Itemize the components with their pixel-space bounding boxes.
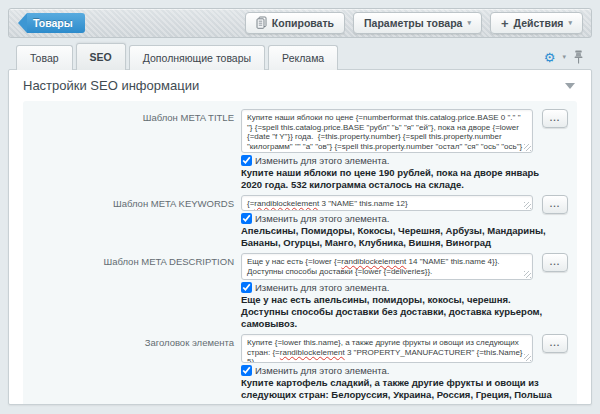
page: Товары Копировать Параметры товара ▾ + Д… [0,0,600,405]
product-params-label: Параметры товара [364,17,462,29]
meta-keywords-preview: Апельсины, Помидоры, Кокосы, Черешня, Ар… [241,225,559,249]
form-row-element-title: Заголовок элемента Купите {=lower this.n… [23,334,571,401]
apply-checkbox[interactable] [241,282,252,293]
field-label: Заголовок элемента [23,334,241,401]
more-button[interactable]: ... [542,195,568,214]
apply-checkbox-label: Изменить для этого элемента. [255,365,389,376]
meta-description-template-input[interactable]: Еще у нас есть {=lower {=randiblockeleme… [241,253,533,280]
meta-title-preview: Купите наши яблоки по цене 190 рублей, п… [241,167,559,191]
actions-button-label: Действия [514,17,564,29]
back-to-list-button[interactable]: Товары [27,13,85,33]
plus-icon: + [501,17,509,30]
tab-settings-icons: ⚙ ▾ [544,50,584,70]
chevron-down-icon[interactable]: ▾ [562,53,566,61]
copy-button-label: Копировать [272,17,334,29]
apply-checkbox-row: Изменить для этого элемента. [241,213,533,224]
chevron-down-icon: ▾ [568,19,572,27]
collapse-section-icon[interactable] [565,83,575,89]
apply-checkbox-label: Изменить для этого элемента. [255,282,389,293]
field-label: Шаблон META KEYWORDS [23,195,241,249]
apply-checkbox[interactable] [241,213,252,224]
copy-icon [256,16,267,31]
seo-section-header: Настройки SEO информации [9,70,591,99]
section-title: Настройки SEO информации [23,78,199,93]
apply-checkbox-row: Изменить для этого элемента. [241,282,533,293]
tab-bar: Товар SEO Дополняющие товары Реклама ⚙ ▾ [8,38,592,70]
apply-checkbox-label: Изменить для этого элемента. [255,213,389,224]
apply-checkbox[interactable] [241,365,252,376]
apply-checkbox[interactable] [241,155,252,166]
more-button[interactable]: ... [542,334,568,353]
tab-advertising[interactable]: Реклама [268,45,338,70]
form-row-meta-keywords: Шаблон META KEYWORDS {=randiblockelement… [23,195,571,249]
copy-button[interactable]: Копировать [245,12,345,34]
seo-form-panel: Шаблон META TITLE Купите наши яблоки по … [23,101,577,405]
form-row-meta-title: Шаблон META TITLE Купите наши яблоки по … [23,109,571,191]
more-button[interactable]: ... [542,253,568,272]
meta-keywords-template-input[interactable]: {=randiblockelement 3 "NAME" this.name 1… [241,195,533,211]
apply-checkbox-row: Изменить для этого элемента. [241,155,533,166]
product-params-button[interactable]: Параметры товара ▾ [353,12,482,34]
chevron-down-icon: ▾ [467,19,471,27]
actions-button[interactable]: + Действия ▾ [490,12,583,34]
more-button[interactable]: ... [542,109,568,128]
pin-icon[interactable] [573,50,584,64]
apply-checkbox-label: Изменить для этого элемента. [255,155,389,166]
tab-seo[interactable]: SEO [76,43,126,70]
form-row-meta-description: Шаблон META DESCRIPTION Еще у нас есть {… [23,253,571,330]
field-label: Шаблон META DESCRIPTION [23,253,241,330]
meta-description-preview: Еще у нас есть апельсины, помидоры, коко… [241,294,559,330]
apply-checkbox-row: Изменить для этого элемента. [241,365,533,376]
edit-form-card: Настройки SEO информации Шаблон META TIT… [8,69,592,405]
element-title-template-input[interactable]: Купите {=lower this.name}, а также други… [241,334,533,363]
tab-related-products[interactable]: Дополняющие товары [129,45,265,70]
meta-title-template-input[interactable]: Купите наши яблоки по цене {=numberforma… [241,109,533,153]
gear-icon[interactable]: ⚙ [544,51,556,64]
field-label: Шаблон META TITLE [23,109,241,191]
tab-product[interactable]: Товар [16,45,73,70]
element-title-preview: Купите картофель сладкий, а также другие… [241,377,559,401]
top-toolbar: Товары Копировать Параметры товара ▾ + Д… [8,8,592,38]
